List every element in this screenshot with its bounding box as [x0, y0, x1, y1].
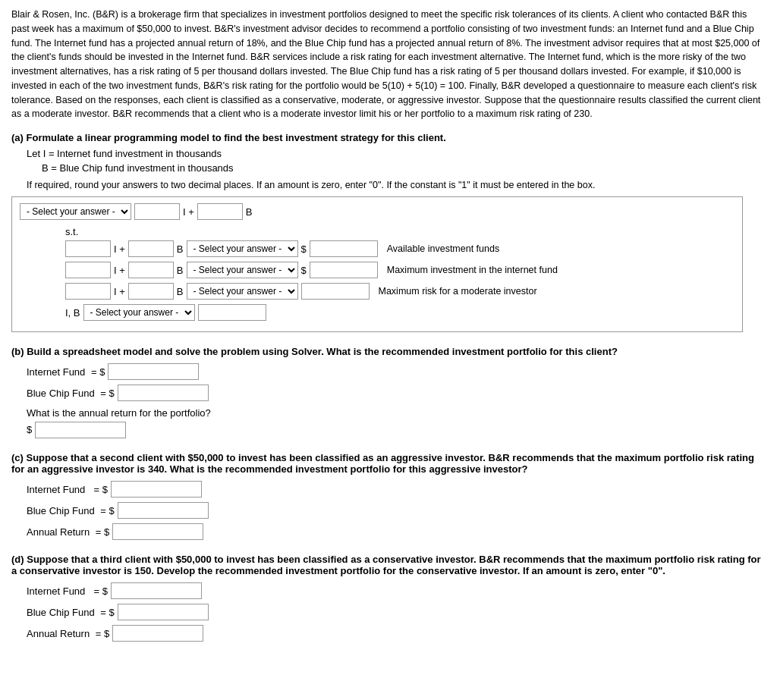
- lp-table: - Select your answer - Max Min I + B s.t…: [11, 196, 743, 332]
- c-annual-label: Annual Return: [27, 526, 90, 538]
- obj-select[interactable]: - Select your answer - Max Min: [20, 203, 131, 220]
- c1-inequality[interactable]: - Select your answer - ≤ ≥ =: [187, 240, 298, 257]
- c-internet-input[interactable]: [111, 481, 202, 498]
- c-bluechip-row: Blue Chip Fund = $: [27, 502, 766, 519]
- c2-label: Maximum investment in the internet fund: [387, 265, 558, 275]
- d-bluechip-label: Blue Chip Fund: [27, 607, 95, 618]
- c2-coeff-i[interactable]: [65, 262, 111, 278]
- b-internet-input[interactable]: [108, 363, 199, 380]
- part-b-section: (b) Build a spreadsheet model and solve …: [11, 346, 766, 438]
- d-internet-row: Internet Fund = $: [27, 582, 766, 599]
- constraint-row-2: I + B - Select your answer - ≤ ≥ = $ Max…: [65, 262, 735, 278]
- part-d-inputs: Internet Fund = $ Blue Chip Fund = $ Ann…: [27, 582, 766, 642]
- st-label: s.t.: [65, 226, 735, 237]
- c3-coeff-i[interactable]: [65, 283, 111, 300]
- b-internet-row: Internet Fund = $: [27, 363, 766, 380]
- problem-text: Blair & Rosen, Inc. (B&R) is a brokerage…: [11, 8, 766, 121]
- constraint-row-1: I + B - Select your answer - ≤ ≥ = $ Ava…: [65, 240, 735, 257]
- c-annual-input[interactable]: [112, 523, 203, 540]
- c3-coeff-b[interactable]: [128, 283, 174, 300]
- part-d-section: (d) Suppose that a third client with $50…: [11, 554, 766, 642]
- d-bluechip-input[interactable]: [118, 604, 209, 620]
- d-annual-label: Annual Return: [27, 628, 90, 639]
- constraints-section: I + B - Select your answer - ≤ ≥ = $ Ava…: [65, 240, 735, 321]
- part-a-section: (a) Formulate a linear programming model…: [11, 132, 766, 332]
- d-internet-label: Internet Fund: [27, 585, 85, 597]
- c1-coeff-b[interactable]: [128, 240, 174, 257]
- let-i-line: Let I = Internet fund investment in thou…: [27, 148, 766, 159]
- b-internet-label: Internet Fund: [27, 366, 85, 378]
- c2-rhs[interactable]: [310, 262, 378, 278]
- b-bluechip-input[interactable]: [118, 385, 209, 401]
- ib-rhs[interactable]: [198, 304, 266, 321]
- ib-inequality[interactable]: - Select your answer - ≤ ≥ =: [83, 304, 195, 321]
- c-internet-label: Internet Fund: [27, 484, 85, 495]
- b-bluechip-label: Blue Chip Fund: [27, 388, 95, 399]
- constraint-row-3: I + B - Select your answer - ≤ ≥ = Maxim…: [65, 283, 735, 300]
- c2-coeff-b[interactable]: [128, 262, 174, 278]
- part-c-section: (c) Suppose that a second client with $5…: [11, 452, 766, 540]
- c3-label: Maximum risk for a moderate investor: [379, 286, 537, 297]
- c1-label: Available investment funds: [387, 243, 499, 254]
- d-annual-row: Annual Return = $: [27, 625, 766, 642]
- annual-return-question: What is the annual return for the portfo…: [27, 407, 766, 419]
- obj-i-plus: I +: [183, 206, 194, 218]
- part-c-title: (c) Suppose that a second client with $5…: [11, 452, 766, 475]
- c3-inequality[interactable]: - Select your answer - ≤ ≥ =: [187, 283, 298, 300]
- c3-rhs[interactable]: [301, 283, 370, 300]
- obj-b-label: B: [246, 206, 253, 218]
- b-annual-input[interactable]: [35, 422, 126, 438]
- objective-row: - Select your answer - Max Min I + B: [20, 203, 735, 220]
- c-annual-row: Annual Return = $: [27, 523, 766, 540]
- d-bluechip-row: Blue Chip Fund = $: [27, 604, 766, 620]
- c-bluechip-label: Blue Chip Fund: [27, 505, 95, 516]
- note-line: If required, round your answers to two d…: [27, 180, 766, 190]
- c-internet-row: Internet Fund = $: [27, 481, 766, 498]
- obj-coeff-i[interactable]: [134, 203, 180, 220]
- b-annual-row: $: [27, 422, 766, 438]
- part-b-title: (b) Build a spreadsheet model and solve …: [11, 346, 766, 357]
- c1-coeff-i[interactable]: [65, 240, 111, 257]
- part-b-inputs: Internet Fund = $ Blue Chip Fund = $: [27, 363, 766, 401]
- d-annual-input[interactable]: [112, 625, 203, 642]
- ib-row: I, B - Select your answer - ≤ ≥ =: [65, 304, 735, 321]
- let-b-line: B = Blue Chip fund investment in thousan…: [42, 162, 766, 174]
- part-a-title: (a) Formulate a linear programming model…: [11, 132, 766, 143]
- d-internet-input[interactable]: [111, 582, 202, 599]
- part-d-title: (d) Suppose that a third client with $50…: [11, 554, 766, 576]
- c-bluechip-input[interactable]: [118, 502, 209, 519]
- part-c-inputs: Internet Fund = $ Blue Chip Fund = $ Ann…: [27, 481, 766, 540]
- b-bluechip-row: Blue Chip Fund = $: [27, 385, 766, 401]
- c2-inequality[interactable]: - Select your answer - ≤ ≥ =: [187, 262, 298, 278]
- obj-coeff-b[interactable]: [197, 203, 243, 220]
- c1-rhs[interactable]: [310, 240, 378, 257]
